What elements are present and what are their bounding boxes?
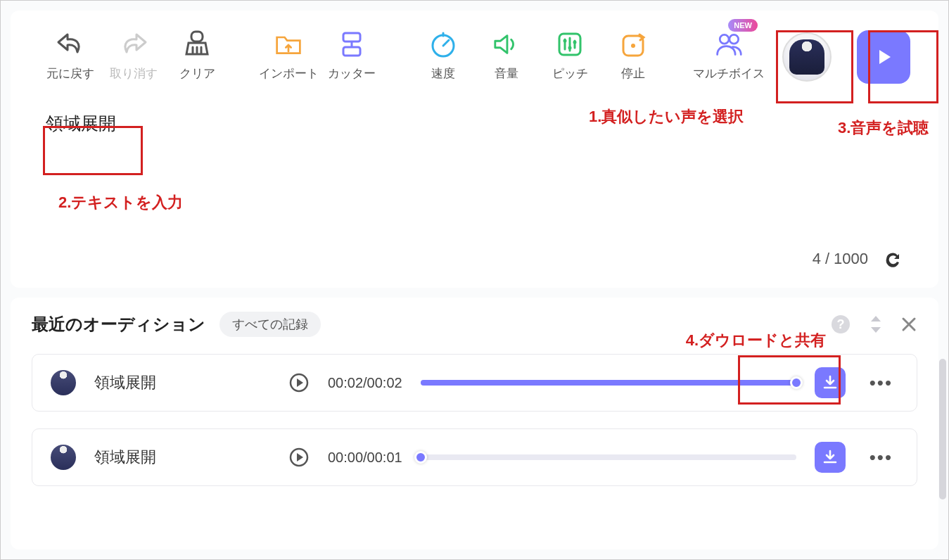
svg-line-5 xyxy=(443,40,449,46)
speed-button[interactable]: 速度 xyxy=(412,30,475,82)
pitch-button[interactable]: ピッチ xyxy=(538,30,601,82)
avatar-image xyxy=(789,39,824,75)
row-avatar xyxy=(51,370,76,395)
svg-rect-0 xyxy=(191,32,203,42)
all-records-button[interactable]: すべての記録 xyxy=(219,312,321,337)
download-icon xyxy=(822,450,838,465)
row-play-button[interactable] xyxy=(288,447,310,468)
cutter-icon xyxy=(338,30,366,58)
svg-text:?: ? xyxy=(837,317,845,331)
multivoice-button[interactable]: NEW マルチボイス xyxy=(693,30,765,82)
char-sep: / xyxy=(825,250,829,268)
auditions-header: 最近のオーディション すべての記録 ? xyxy=(32,312,917,337)
new-badge: NEW xyxy=(728,19,758,32)
stop-button[interactable]: 停止 xyxy=(601,30,665,82)
stop-icon xyxy=(619,30,647,58)
pitch-label: ピッチ xyxy=(552,65,588,82)
row-time: 00:00/00:01 xyxy=(328,450,402,466)
more-button[interactable]: ••• xyxy=(864,372,898,394)
download-button[interactable] xyxy=(815,367,846,398)
char-max: 1000 xyxy=(834,250,868,268)
import-label: インポート xyxy=(259,65,319,82)
audition-row: 領域展開 00:00/00:01 ••• xyxy=(32,428,917,486)
brush-icon xyxy=(183,30,211,58)
sort-icon[interactable] xyxy=(868,314,884,334)
svg-point-16 xyxy=(720,34,729,44)
svg-point-13 xyxy=(573,41,577,44)
row-title: 領域展開 xyxy=(94,447,270,468)
redo-icon xyxy=(120,30,148,58)
play-icon xyxy=(873,46,894,68)
char-count: 4 xyxy=(813,250,821,268)
svg-point-17 xyxy=(730,34,739,44)
char-counter: 4 / 1000 xyxy=(46,244,910,274)
row-progress[interactable] xyxy=(421,454,796,460)
speed-label: 速度 xyxy=(431,65,455,82)
undo-label: 元に戻す xyxy=(46,65,94,82)
volume-icon xyxy=(492,30,521,58)
refresh-icon[interactable] xyxy=(882,248,903,269)
scrollbar[interactable] xyxy=(939,359,946,499)
auditions-title: 最近のオーディション xyxy=(32,313,205,336)
row-title: 領域展開 xyxy=(94,372,270,393)
stop-label: 停止 xyxy=(621,65,645,82)
svg-point-11 xyxy=(563,39,567,43)
help-icon[interactable]: ? xyxy=(830,314,851,335)
redo-button[interactable]: 取り消す xyxy=(102,30,165,82)
editor-text: 領域展開 xyxy=(46,112,910,135)
audition-row: 領域展開 00:02/00:02 ••• xyxy=(32,354,917,412)
speed-icon xyxy=(429,30,457,58)
voice-avatar-button[interactable] xyxy=(782,32,832,82)
undo-button[interactable]: 元に戻す xyxy=(39,30,102,82)
svg-rect-1 xyxy=(343,33,360,42)
clear-button[interactable]: クリア xyxy=(165,30,229,82)
row-time: 00:02/00:02 xyxy=(328,375,402,391)
pitch-icon xyxy=(556,30,584,58)
close-icon[interactable] xyxy=(900,316,917,333)
import-button[interactable]: インポート xyxy=(257,30,320,82)
row-play-button[interactable] xyxy=(288,372,310,393)
multivoice-icon xyxy=(715,30,743,58)
cutter-button[interactable]: カッター xyxy=(320,30,383,82)
row-progress[interactable] xyxy=(421,380,796,386)
preview-play-button[interactable] xyxy=(857,30,910,84)
download-button[interactable] xyxy=(815,442,846,473)
toolbar: 元に戻す 取り消す クリア インポート xyxy=(11,11,938,91)
auditions-panel: 最近のオーディション すべての記録 ? 領域展開 00:02/00:02 ••• xyxy=(11,298,938,549)
folder-import-icon xyxy=(274,30,302,58)
undo-icon xyxy=(56,30,84,58)
volume-button[interactable]: 音量 xyxy=(475,30,538,82)
text-editor[interactable]: 領域展開 4 / 1000 xyxy=(11,91,938,288)
redo-label: 取り消す xyxy=(110,65,158,82)
svg-point-15 xyxy=(631,44,635,48)
more-button[interactable]: ••• xyxy=(864,447,898,469)
clear-label: クリア xyxy=(179,65,215,82)
download-icon xyxy=(822,375,838,390)
editor-panel: 元に戻す 取り消す クリア インポート xyxy=(11,11,938,288)
multivoice-label: マルチボイス xyxy=(693,65,765,82)
svg-rect-2 xyxy=(343,47,360,56)
row-avatar xyxy=(51,445,76,470)
cutter-label: カッター xyxy=(328,65,376,82)
app-root: 元に戻す 取り消す クリア インポート xyxy=(0,0,949,560)
volume-label: 音量 xyxy=(495,65,518,82)
svg-point-12 xyxy=(568,46,572,50)
